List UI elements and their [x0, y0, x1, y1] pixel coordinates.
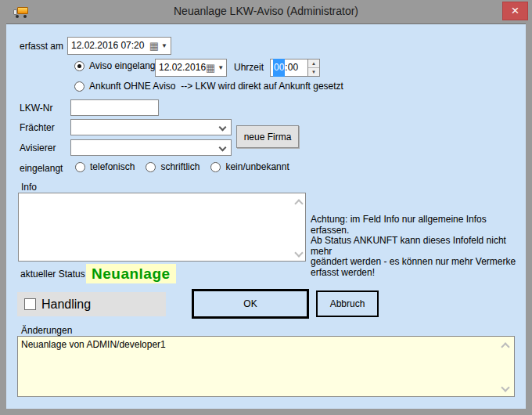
fraechter-combobox[interactable]	[70, 119, 232, 135]
erfasst-am-label: erfasst am	[20, 41, 63, 52]
dropdown-arrow-icon[interactable]: ▼	[161, 38, 167, 54]
spin-down-icon[interactable]: ▼	[308, 68, 319, 76]
time-minutes[interactable]: 00	[288, 60, 298, 76]
radio-dot[interactable]	[74, 81, 84, 92]
radio-dot[interactable]	[210, 162, 221, 172]
radio-dot-selected[interactable]	[74, 61, 84, 71]
lkw-nr-input[interactable]	[70, 99, 159, 116]
radio-kein-unbekannt[interactable]: kein/unbekannt	[210, 161, 289, 172]
status-badge: Neuanlage	[86, 264, 176, 283]
close-button[interactable]: ×	[502, 2, 528, 20]
titlebar[interactable]: Neuanlage LKW-Aviso (Administrator) ×	[0, 0, 532, 23]
dialog-window: Neuanlage LKW-Aviso (Administrator) × er…	[0, 0, 532, 415]
abbruch-label: Abbruch	[330, 298, 365, 309]
aviso-datepicker[interactable]: 12.02.2016 ▦ ▼	[155, 59, 227, 77]
handling-checkbox[interactable]	[24, 298, 36, 310]
dialog-content: erfasst am 12.02.2016 07:20 ▦ ▼ Aviso ei…	[6, 23, 526, 409]
radio-aviso-label: Aviso eingelangt	[89, 60, 158, 71]
handling-panel: Handling	[17, 292, 166, 316]
combo-chevron-icon[interactable]	[219, 124, 227, 132]
ok-label: OK	[243, 298, 257, 309]
radio-dot[interactable]	[75, 162, 85, 172]
aviso-date-value: 12.02.2016	[159, 60, 206, 76]
erfasst-am-value: 12.02.2016 07:20	[71, 38, 149, 54]
eingelangt-label: eingelangt	[20, 163, 63, 175]
time-hours-selected[interactable]: 00	[273, 59, 285, 77]
radio-ankunft-ohne-aviso[interactable]: Ankunft OHNE Aviso --> LKW wird direkt a…	[74, 81, 343, 92]
info-warning-text: Achtung: im Feld Info nur allgemeine Inf…	[311, 215, 522, 278]
radio-ankunft-label: Ankunft OHNE Aviso --> LKW wird direkt a…	[89, 81, 343, 92]
neue-firma-label: neue Firma	[244, 132, 292, 143]
avisierer-combobox[interactable]	[70, 139, 232, 156]
aenderungen-label: Änderungen	[21, 325, 72, 337]
uhrzeit-spinner[interactable]: 00:00 ▲ ▼	[270, 59, 320, 77]
info-textarea[interactable]	[18, 193, 306, 262]
calendar-icon: ▦	[149, 41, 159, 51]
dropdown-arrow-icon[interactable]: ▼	[217, 60, 224, 76]
aenderungen-textarea[interactable]: Neuanlage von ADMIN/developer1	[17, 336, 515, 397]
radio-schriftlich[interactable]: schriftlich	[146, 161, 200, 172]
fraechter-label: Frächter	[20, 122, 55, 134]
erfasst-am-datepicker[interactable]: 12.02.2016 07:20 ▦ ▼	[67, 37, 171, 55]
combo-chevron-icon[interactable]	[219, 144, 227, 152]
neue-firma-button[interactable]: neue Firma	[236, 125, 299, 148]
radio-dot[interactable]	[146, 162, 156, 172]
avisierer-label: Avisierer	[20, 143, 56, 154]
radio-aviso-eingelangt[interactable]: Aviso eingelangt	[74, 60, 158, 71]
ok-button[interactable]: OK	[192, 289, 309, 319]
window-title: Neuanlage LKW-Aviso (Administrator)	[0, 5, 532, 17]
spin-up-icon[interactable]: ▲	[308, 60, 319, 68]
info-label: Info	[21, 182, 37, 193]
eingelangt-radio-group: telefonisch schriftlich kein/unbekannt	[75, 161, 300, 172]
lkw-nr-label: LKW-Nr	[20, 103, 52, 114]
status-label: aktueller Status	[20, 269, 85, 280]
radio-telefonisch[interactable]: telefonisch	[75, 161, 135, 172]
abbruch-button[interactable]: Abbruch	[316, 290, 379, 317]
uhrzeit-label: Uhrzeit	[234, 62, 264, 74]
close-icon: ×	[512, 3, 519, 19]
handling-label: Handling	[41, 298, 91, 312]
calendar-icon: ▦	[206, 63, 215, 73]
